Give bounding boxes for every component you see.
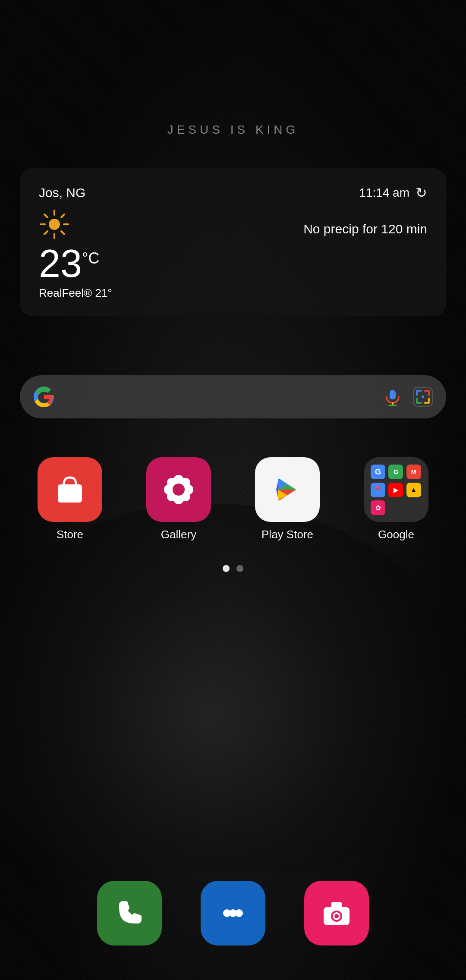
phone-svg: [112, 896, 147, 930]
page-dot-2[interactable]: [236, 565, 243, 572]
svg-point-12: [422, 396, 424, 398]
app-item-gallery[interactable]: Gallery: [146, 457, 211, 541]
search-icons: [383, 386, 433, 407]
temp-number: 23: [39, 244, 82, 283]
google-logo: [33, 386, 55, 408]
app-item-store[interactable]: Store: [38, 457, 102, 541]
app-item-google-folder[interactable]: G G M 📍 ▶ ▲ ✿: [364, 457, 428, 541]
mini-icon-youtube: ▶: [388, 483, 403, 497]
weather-body: 23 °C RealFeel® 21° No precip for 120 mi…: [39, 209, 427, 300]
svg-line-4: [44, 214, 47, 217]
page-indicators: [0, 565, 466, 572]
mini-icon-drive: ▲: [406, 483, 421, 497]
store-bag-icon: [53, 472, 87, 507]
temp-unit: °C: [82, 249, 99, 267]
dock-phone-icon[interactable]: [97, 881, 162, 945]
google-lens-icon[interactable]: [412, 386, 433, 407]
google-folder-icon: G G M 📍 ▶ ▲ ✿: [364, 457, 428, 522]
weather-header: Jos, NG 11:14 am ↻: [39, 185, 427, 201]
weather-left: 23 °C RealFeel® 21°: [39, 209, 112, 300]
page-dot-1[interactable]: [223, 565, 230, 572]
store-icon: [38, 457, 102, 522]
mini-icon-gmail: M: [406, 465, 421, 479]
gallery-label: Gallery: [161, 528, 196, 541]
mini-icon-maps: 📍: [371, 483, 385, 497]
weather-location: Jos, NG: [39, 185, 85, 200]
sun-circle: [49, 219, 60, 230]
playstore-icon: [255, 457, 320, 522]
app-grid: Store Gallery: [20, 457, 446, 541]
mic-icon[interactable]: [383, 387, 402, 406]
weather-right: No precip for 120 min: [303, 209, 427, 236]
messages-svg: [216, 896, 250, 930]
real-feel: RealFeel® 21°: [39, 286, 112, 300]
gallery-icon: [146, 457, 211, 522]
wallpaper-text: JESUS IS KING: [0, 123, 466, 137]
sun-icon: [39, 209, 70, 240]
dock-messages-icon[interactable]: [201, 881, 265, 945]
dock: [0, 881, 466, 945]
weather-time: 11:14 am: [359, 186, 409, 200]
dock-camera-icon[interactable]: [304, 881, 369, 945]
google-folder-label: Google: [378, 528, 414, 541]
precip-message: No precip for 120 min: [303, 222, 427, 236]
camera-svg: [319, 896, 354, 930]
sun-rays-svg: [39, 209, 70, 240]
store-label: Store: [57, 528, 83, 541]
svg-point-33: [334, 914, 339, 918]
svg-rect-13: [58, 484, 82, 503]
svg-point-22: [173, 484, 185, 496]
weather-temperature: 23 °C: [39, 244, 112, 283]
svg-line-5: [61, 231, 64, 234]
mini-icon-gmail-alt: G: [388, 465, 403, 479]
search-bar[interactable]: [20, 375, 446, 418]
weather-time-row: 11:14 am ↻: [359, 185, 427, 201]
refresh-icon[interactable]: ↻: [416, 185, 427, 201]
app-item-playstore[interactable]: Play Store: [255, 457, 320, 541]
svg-line-7: [44, 231, 47, 234]
svg-rect-34: [331, 902, 342, 908]
playstore-label: Play Store: [261, 528, 313, 541]
weather-widget[interactable]: Jos, NG 11:14 am ↻: [20, 168, 446, 316]
mini-icon-google: G: [371, 465, 385, 479]
svg-rect-8: [390, 390, 396, 399]
gallery-flower-icon: [161, 472, 196, 507]
playstore-triangle: [270, 472, 305, 507]
svg-line-6: [61, 214, 64, 217]
mini-icon-extra: ✿: [371, 500, 385, 515]
svg-point-29: [235, 909, 243, 917]
